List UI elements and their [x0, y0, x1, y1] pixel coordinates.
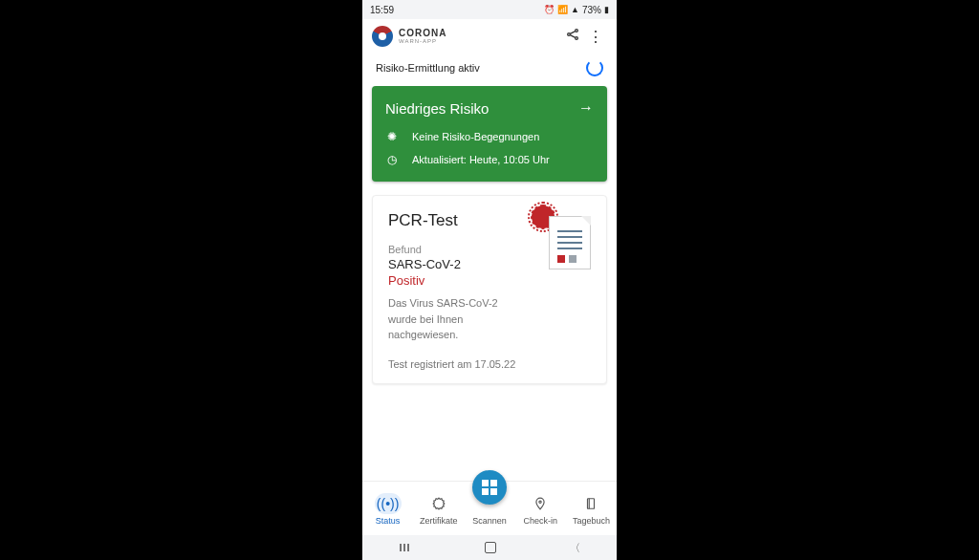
clock-icon: ◷: [385, 153, 399, 166]
risk-updated: Aktualisiert: Heute, 10:05 Uhr: [412, 154, 550, 165]
logo-line1: CORONA: [399, 29, 446, 38]
statusbar-right: ⏰ 📶 ▲ 73% ▮: [544, 5, 609, 15]
certificate-icon: [425, 493, 452, 514]
svg-point-5: [539, 501, 541, 503]
scan-fab-button[interactable]: [472, 470, 507, 505]
risk-card[interactable]: Niedriges Risiko → ✺ Keine Risiko-Begegn…: [372, 86, 607, 182]
svg-point-2: [576, 37, 578, 40]
nav-diary[interactable]: Tagebuch: [566, 482, 617, 535]
book-icon: [577, 493, 604, 514]
nav-status-label: Status: [376, 516, 401, 526]
svg-line-4: [570, 35, 575, 38]
wifi-icon: 📶: [557, 5, 568, 14]
status-icon: ((•)): [375, 493, 402, 514]
statusbar-battery: 73%: [582, 5, 601, 15]
befund-registered: Test registriert am 17.05.22: [388, 358, 591, 370]
spinner-icon: [586, 59, 603, 76]
pcr-test-card[interactable]: PCR-Test Befund SARS-CoV-2 Positiv: [372, 195, 607, 384]
bottom-nav: ((•)) Status Zertifikate Scannen Check-i…: [362, 481, 617, 535]
home-button[interactable]: [485, 542, 496, 553]
svg-point-0: [568, 33, 571, 36]
location-pin-icon: [527, 493, 554, 514]
phone-frame: 15:59 ⏰ 📶 ▲ 73% ▮ CORONA WARN-APP ⋮ Risi…: [362, 0, 617, 560]
nav-cert-label: Zertifikate: [420, 516, 458, 526]
recents-button[interactable]: III: [399, 542, 410, 553]
nav-diary-label: Tagebuch: [573, 516, 610, 526]
risk-activity-row[interactable]: Risiko-Ermittlung aktiv: [362, 54, 617, 86]
qr-icon: [482, 480, 497, 495]
nav-checkin[interactable]: Check-in: [515, 482, 566, 535]
android-system-nav: III 〈: [362, 535, 617, 560]
app-logo: CORONA WARN-APP: [372, 26, 561, 47]
risk-title: Niedriges Risiko: [385, 100, 489, 117]
battery-icon: ▮: [604, 5, 609, 14]
svg-line-3: [570, 32, 575, 34]
share-icon[interactable]: [561, 27, 584, 46]
alarm-icon: ⏰: [544, 5, 555, 14]
befund-label: Befund: [388, 244, 461, 255]
nav-certificates[interactable]: Zertifikate: [413, 482, 464, 535]
pcr-title: PCR-Test: [388, 211, 461, 230]
nav-checkin-label: Check-in: [523, 516, 557, 526]
content-area: Niedriges Risiko → ✺ Keine Risiko-Begegn…: [362, 86, 617, 481]
back-button[interactable]: 〈: [570, 541, 580, 555]
svg-point-1: [576, 30, 578, 32]
risk-activity-label: Risiko-Ermittlung aktiv: [376, 62, 480, 74]
statusbar-time: 15:59: [370, 5, 394, 15]
signal-icon: ▲: [571, 5, 579, 14]
nav-scan-label: Scannen: [472, 516, 507, 526]
logo-mark-icon: [372, 26, 393, 47]
nav-status[interactable]: ((•)) Status: [362, 482, 413, 535]
befund-result: Positiv: [388, 273, 461, 288]
svg-rect-6: [588, 499, 595, 509]
arrow-right-icon: →: [578, 99, 594, 117]
app-header: CORONA WARN-APP ⋮: [362, 19, 617, 54]
risk-encounters: Keine Risiko-Begegnungen: [412, 131, 539, 142]
befund-description: Das Virus SARS-CoV-2 wurde bei Ihnen nac…: [388, 295, 522, 343]
more-menu-icon[interactable]: ⋮: [584, 28, 607, 46]
document-illustration-icon: [539, 211, 591, 272]
android-statusbar: 15:59 ⏰ 📶 ▲ 73% ▮: [362, 0, 617, 19]
logo-line2: WARN-APP: [399, 38, 446, 44]
logo-text: CORONA WARN-APP: [399, 29, 446, 44]
befund-name: SARS-CoV-2: [388, 257, 461, 271]
virus-outline-icon: ✺: [385, 130, 399, 143]
